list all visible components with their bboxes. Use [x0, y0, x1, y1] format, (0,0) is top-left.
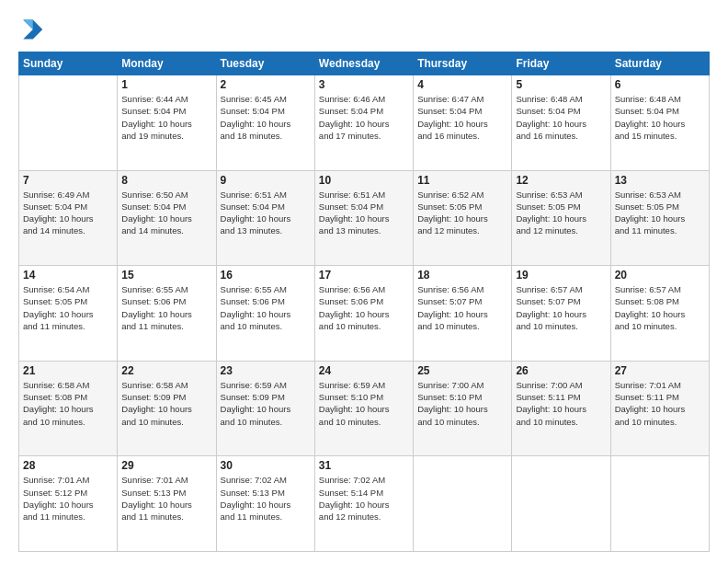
day-cell [512, 456, 610, 552]
day-number: 18 [417, 269, 507, 282]
day-info: Sunrise: 7:01 AM Sunset: 5:11 PM Dayligh… [615, 379, 705, 428]
day-cell: 4Sunrise: 6:47 AM Sunset: 5:04 PM Daylig… [414, 75, 512, 171]
calendar-header: SundayMondayTuesdayWednesdayThursdayFrid… [19, 52, 710, 75]
day-cell: 15Sunrise: 6:55 AM Sunset: 5:06 PM Dayli… [118, 266, 216, 362]
day-info: Sunrise: 6:49 AM Sunset: 5:04 PM Dayligh… [23, 189, 113, 237]
day-number: 27 [615, 364, 705, 377]
svg-marker-1 [23, 20, 33, 30]
day-number: 2 [221, 78, 311, 91]
day-cell: 12Sunrise: 6:53 AM Sunset: 5:05 PM Dayli… [512, 170, 610, 266]
day-number: 19 [516, 269, 606, 282]
day-number: 15 [121, 269, 211, 282]
day-number: 9 [221, 174, 311, 187]
day-number: 12 [516, 174, 606, 187]
day-cell: 14Sunrise: 6:54 AM Sunset: 5:05 PM Dayli… [19, 266, 118, 362]
week-row-0: 1Sunrise: 6:44 AM Sunset: 5:04 PM Daylig… [19, 75, 710, 171]
header-row: SundayMondayTuesdayWednesdayThursdayFrid… [19, 52, 710, 75]
logo [18, 17, 48, 42]
day-cell [414, 456, 512, 552]
header-cell-wednesday: Wednesday [314, 52, 413, 75]
day-info: Sunrise: 7:01 AM Sunset: 5:12 PM Dayligh… [23, 474, 113, 523]
day-number: 8 [121, 174, 211, 187]
day-cell [610, 456, 709, 552]
day-cell: 30Sunrise: 7:02 AM Sunset: 5:13 PM Dayli… [216, 456, 314, 552]
day-info: Sunrise: 6:46 AM Sunset: 5:04 PM Dayligh… [319, 93, 409, 142]
day-info: Sunrise: 6:54 AM Sunset: 5:05 PM Dayligh… [23, 283, 113, 332]
day-number: 21 [23, 364, 113, 377]
day-cell: 13Sunrise: 6:53 AM Sunset: 5:05 PM Dayli… [610, 170, 709, 266]
week-row-4: 28Sunrise: 7:01 AM Sunset: 5:12 PM Dayli… [19, 456, 710, 552]
day-number: 13 [615, 174, 705, 187]
day-number: 6 [615, 78, 705, 91]
day-number: 23 [221, 364, 311, 377]
day-cell: 7Sunrise: 6:49 AM Sunset: 5:04 PM Daylig… [19, 170, 118, 266]
day-info: Sunrise: 6:58 AM Sunset: 5:08 PM Dayligh… [23, 379, 113, 428]
day-cell: 2Sunrise: 6:45 AM Sunset: 5:04 PM Daylig… [216, 75, 314, 171]
day-info: Sunrise: 6:51 AM Sunset: 5:04 PM Dayligh… [221, 189, 311, 237]
day-info: Sunrise: 6:50 AM Sunset: 5:04 PM Dayligh… [121, 189, 211, 237]
day-number: 24 [319, 364, 409, 377]
day-cell: 29Sunrise: 7:01 AM Sunset: 5:13 PM Dayli… [118, 456, 216, 552]
logo-icon [18, 17, 44, 42]
day-info: Sunrise: 6:59 AM Sunset: 5:10 PM Dayligh… [319, 379, 409, 428]
day-cell: 8Sunrise: 6:50 AM Sunset: 5:04 PM Daylig… [118, 170, 216, 266]
day-cell: 25Sunrise: 7:00 AM Sunset: 5:10 PM Dayli… [414, 361, 512, 456]
day-number: 1 [121, 78, 211, 91]
day-cell: 10Sunrise: 6:51 AM Sunset: 5:04 PM Dayli… [314, 170, 413, 266]
day-cell: 21Sunrise: 6:58 AM Sunset: 5:08 PM Dayli… [19, 361, 118, 456]
day-info: Sunrise: 6:48 AM Sunset: 5:04 PM Dayligh… [615, 93, 705, 142]
day-cell: 22Sunrise: 6:58 AM Sunset: 5:09 PM Dayli… [118, 361, 216, 456]
day-info: Sunrise: 6:55 AM Sunset: 5:06 PM Dayligh… [121, 283, 211, 332]
day-number: 11 [417, 174, 507, 187]
day-info: Sunrise: 6:59 AM Sunset: 5:09 PM Dayligh… [221, 379, 311, 428]
day-info: Sunrise: 6:56 AM Sunset: 5:06 PM Dayligh… [319, 283, 409, 332]
day-number: 25 [417, 364, 507, 377]
day-cell: 23Sunrise: 6:59 AM Sunset: 5:09 PM Dayli… [216, 361, 314, 456]
day-info: Sunrise: 7:01 AM Sunset: 5:13 PM Dayligh… [121, 474, 211, 523]
day-cell: 28Sunrise: 7:01 AM Sunset: 5:12 PM Dayli… [19, 456, 118, 552]
day-info: Sunrise: 6:53 AM Sunset: 5:05 PM Dayligh… [516, 189, 606, 237]
day-info: Sunrise: 7:00 AM Sunset: 5:11 PM Dayligh… [516, 379, 606, 428]
header-cell-tuesday: Tuesday [216, 52, 314, 75]
day-info: Sunrise: 6:45 AM Sunset: 5:04 PM Dayligh… [221, 93, 311, 142]
day-number: 17 [319, 269, 409, 282]
day-info: Sunrise: 6:57 AM Sunset: 5:08 PM Dayligh… [615, 283, 705, 332]
day-number: 7 [23, 174, 113, 187]
day-info: Sunrise: 6:53 AM Sunset: 5:05 PM Dayligh… [615, 189, 705, 237]
calendar-table: SundayMondayTuesdayWednesdayThursdayFrid… [18, 52, 710, 552]
day-number: 26 [516, 364, 606, 377]
header-cell-sunday: Sunday [19, 52, 118, 75]
header-cell-saturday: Saturday [610, 52, 709, 75]
day-number: 20 [615, 269, 705, 282]
header [18, 17, 710, 42]
day-info: Sunrise: 6:44 AM Sunset: 5:04 PM Dayligh… [121, 93, 211, 142]
day-info: Sunrise: 6:47 AM Sunset: 5:04 PM Dayligh… [417, 93, 507, 142]
day-number: 4 [417, 78, 507, 91]
day-info: Sunrise: 6:48 AM Sunset: 5:04 PM Dayligh… [516, 93, 606, 142]
day-cell: 31Sunrise: 7:02 AM Sunset: 5:14 PM Dayli… [314, 456, 413, 552]
day-cell: 11Sunrise: 6:52 AM Sunset: 5:05 PM Dayli… [414, 170, 512, 266]
header-cell-friday: Friday [512, 52, 610, 75]
day-info: Sunrise: 6:51 AM Sunset: 5:04 PM Dayligh… [319, 189, 409, 237]
day-info: Sunrise: 7:02 AM Sunset: 5:13 PM Dayligh… [221, 474, 311, 523]
day-info: Sunrise: 6:57 AM Sunset: 5:07 PM Dayligh… [516, 283, 606, 332]
day-info: Sunrise: 7:00 AM Sunset: 5:10 PM Dayligh… [417, 379, 507, 428]
day-cell: 5Sunrise: 6:48 AM Sunset: 5:04 PM Daylig… [512, 75, 610, 171]
day-number: 29 [121, 459, 211, 472]
week-row-1: 7Sunrise: 6:49 AM Sunset: 5:04 PM Daylig… [19, 170, 710, 266]
day-cell: 27Sunrise: 7:01 AM Sunset: 5:11 PM Dayli… [610, 361, 709, 456]
day-cell: 18Sunrise: 6:56 AM Sunset: 5:07 PM Dayli… [414, 266, 512, 362]
day-cell: 26Sunrise: 7:00 AM Sunset: 5:11 PM Dayli… [512, 361, 610, 456]
day-number: 22 [121, 364, 211, 377]
day-cell: 6Sunrise: 6:48 AM Sunset: 5:04 PM Daylig… [610, 75, 709, 171]
day-cell: 1Sunrise: 6:44 AM Sunset: 5:04 PM Daylig… [118, 75, 216, 171]
day-cell [19, 75, 118, 171]
day-info: Sunrise: 6:55 AM Sunset: 5:06 PM Dayligh… [221, 283, 311, 332]
day-cell: 20Sunrise: 6:57 AM Sunset: 5:08 PM Dayli… [610, 266, 709, 362]
day-info: Sunrise: 6:58 AM Sunset: 5:09 PM Dayligh… [121, 379, 211, 428]
day-number: 30 [221, 459, 311, 472]
day-info: Sunrise: 7:02 AM Sunset: 5:14 PM Dayligh… [319, 474, 409, 523]
day-cell: 19Sunrise: 6:57 AM Sunset: 5:07 PM Dayli… [512, 266, 610, 362]
day-number: 10 [319, 174, 409, 187]
day-info: Sunrise: 6:56 AM Sunset: 5:07 PM Dayligh… [417, 283, 507, 332]
